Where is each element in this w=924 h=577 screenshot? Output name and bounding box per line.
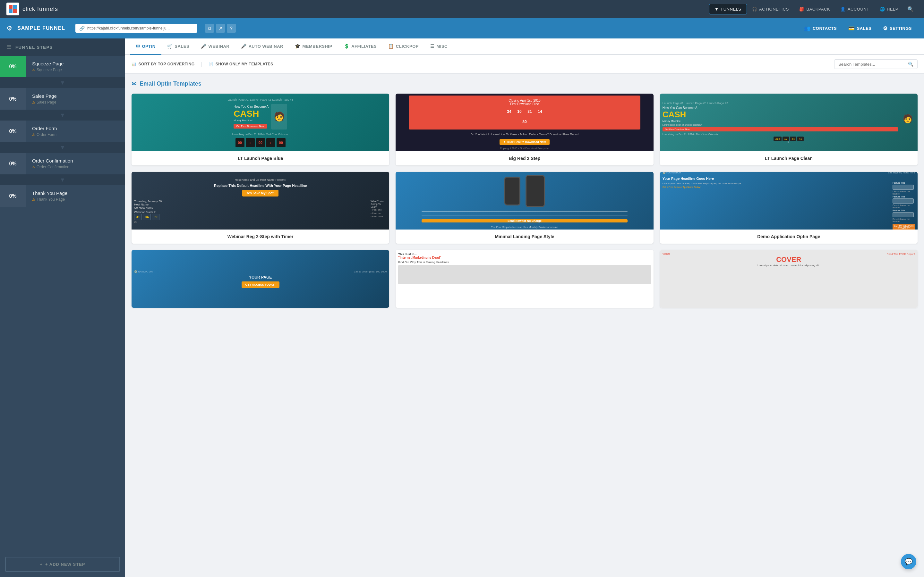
sidebar-menu-icon[interactable]: ☰ xyxy=(6,44,11,51)
funnel-step-orderform[interactable]: 0% Order Form ⚠ Order Form xyxy=(0,121,125,142)
webinar-tab-label: WEBINAR xyxy=(208,44,230,49)
tab-sales[interactable]: 🛒 SALES xyxy=(162,39,195,55)
tab-webinar[interactable]: 🎤 WEBINAR xyxy=(195,39,235,55)
affiliates-tab-label: AFFILIATES xyxy=(351,44,376,49)
settings-label: SETTINGS xyxy=(890,26,912,31)
thumb-count-sub: 3 : xyxy=(787,141,790,143)
warn-icon-squeeze: ⚠ xyxy=(32,68,35,72)
funnel-step-sales[interactable]: 0% Sales Page ⚠ Sales Page xyxy=(0,88,125,110)
thumb-webinar-host: Host Name and Co Host Name Present: xyxy=(235,178,286,181)
funnel-step-squeeze[interactable]: 0% Squeeze Page ⚠ Squeeze Page xyxy=(0,56,125,77)
step-arrow-1: ▼ xyxy=(60,79,65,86)
count-10: 10 xyxy=(515,107,524,116)
info-button[interactable]: ? xyxy=(227,24,236,33)
demo-feat-title-3: Feature Title xyxy=(893,210,915,211)
template-search-input[interactable] xyxy=(838,62,905,67)
tab-autowebinar[interactable]: 🎤 AUTO WEBINAR xyxy=(235,39,289,55)
thumb-cover-title: COVER xyxy=(776,255,801,264)
settings-action[interactable]: ⚙ SETTINGS xyxy=(877,23,918,34)
funnel-step-orderconf[interactable]: 0% Order Confirmation ⚠ Order Confirmati… xyxy=(0,153,125,175)
template-name-lt-launch-blue: LT Launch Page Blue xyxy=(132,151,389,165)
form-submit-btn: Send Now for No Charge xyxy=(422,219,628,222)
affiliates-tab-icon: 💲 xyxy=(344,44,350,49)
template-thumb-big-red: Closing April 1st, 2015First Download Fr… xyxy=(396,93,653,151)
template-card-lt-clean[interactable]: Launch Page #1Launch Page #2Launch Page … xyxy=(660,93,918,165)
template-card-webinar[interactable]: Host Name and Co Host Name Present: Repl… xyxy=(132,172,389,243)
template-card-demo[interactable]: 🧭 NAVIGATOR Site tagline | motto here Yo… xyxy=(660,172,918,243)
template-card-internet-dead[interactable]: This Just In... "Internet Marketing is D… xyxy=(396,250,653,308)
backpack-label: BACKPACK xyxy=(806,7,830,11)
tab-misc[interactable]: ☰ MISC xyxy=(425,39,453,55)
char-emoji-lt-clean: 🧑 xyxy=(903,114,913,124)
template-card-cover[interactable]: YOUR Read This FREE Report! COVER Lorem … xyxy=(660,250,918,308)
template-name-minimal: Minimal Landing Page Style xyxy=(396,229,653,243)
step-arrow-3: ▼ xyxy=(60,144,65,151)
thumb-desc-lt-clean: Lorem ipsum dolor sit amet consectetur xyxy=(662,124,898,126)
funnel-url-area: 🔗 https://kajabi.clickfunnels.com/sample… xyxy=(75,24,197,33)
template-card-big-red[interactable]: Closing April 1st, 2015First Download Fr… xyxy=(396,93,653,165)
funnel-settings-icon[interactable]: ⚙ xyxy=(6,24,12,32)
thumb-demo-layout: Lorem ipsum dolor sit amet, consectetur … xyxy=(662,182,915,229)
chat-support-button[interactable]: 💬 xyxy=(901,554,916,569)
sidebar: ☰ FUNNEL STEPS 0% Squeeze Page ⚠ Squeeze… xyxy=(0,39,125,577)
template-thumb-inner-lt-blue: Launch Page #1Launch Page #2Launch Page … xyxy=(132,93,389,151)
template-name-big-red: Big Red 2 Step xyxy=(396,151,653,165)
funnel-bar-actions: 👥 CONTACTS 💳 SALES ⚙ SETTINGS xyxy=(798,23,918,34)
thumb-webinar-headline: Replace This Default Headline With Your … xyxy=(214,184,307,187)
warn-icon-orderconf: ⚠ xyxy=(32,165,35,169)
step-sub-thankyou: ⚠ Thank You Page xyxy=(32,197,119,201)
ct3: 34 xyxy=(790,137,796,141)
tab-membership[interactable]: 🎓 MEMBERSHIP xyxy=(289,39,338,55)
thumb-text-area: How You Can Become A CASH Money Machine!… xyxy=(234,105,268,129)
tab-affiliates[interactable]: 💲 AFFILIATES xyxy=(338,39,383,55)
doc-icon: 📄 xyxy=(208,62,214,66)
copy-url-button[interactable]: ⧉ xyxy=(205,24,214,33)
tab-optin[interactable]: ✉ OPTIN xyxy=(130,39,162,55)
template-card-navigator[interactable]: 🧭 NAVIGATOR Call to Order (888) 100-1000… xyxy=(132,250,389,308)
thumb-date-lt-clean: Launching on Dec 21, 2014 - Mark Your Ca… xyxy=(662,133,915,135)
nav-item-help[interactable]: 🌐 HELP xyxy=(875,4,903,14)
thumb-closing-text: Closing April 1st, 2015First Download Fr… xyxy=(414,99,636,106)
step-sub-orderform: ⚠ Order Form xyxy=(32,132,119,137)
account-label: ACCOUNT xyxy=(848,7,869,11)
thumb-webinar-timer: 31 04 09 xyxy=(134,214,368,220)
filter-bar: 📊 SORT BY TOP CONVERTING | 📄 SHOW ONLY M… xyxy=(125,55,924,74)
email-icon: ✉ xyxy=(132,80,136,87)
nav-logo: 🧭 NAVIGATOR xyxy=(134,270,153,273)
sort-label: SORT BY TOP CONVERTING xyxy=(139,62,195,66)
phone-mockup-1 xyxy=(504,177,520,205)
template-card-minimal[interactable]: Get Instant Access Send Now for No Charg… xyxy=(396,172,653,243)
tab-clickpop[interactable]: 📋 CLICKPOP xyxy=(383,39,425,55)
thumb-cash-lt-clean: CASH xyxy=(662,110,898,119)
funnel-step-thankyou[interactable]: 0% Thank You Page ⚠ Thank You Page xyxy=(0,185,125,207)
template-card-lt-launch-blue[interactable]: Launch Page #1Launch Page #2Launch Page … xyxy=(132,93,389,165)
nav-item-backpack[interactable]: 🎒 BACKPACK xyxy=(794,4,835,14)
thumb-footer: Copyright 2015 - First Download Enterpri… xyxy=(500,147,549,150)
thumb-description: Do You Want to Learn How To Make a Milli… xyxy=(469,131,580,137)
nav-item-actionetics[interactable]: 🎧 ACTIONETICS xyxy=(747,4,794,14)
autowebinar-tab-label: AUTO WEBINAR xyxy=(249,44,283,49)
template-search[interactable]: 🔍 xyxy=(834,59,918,69)
funnel-url-actions: ⧉ ↗ ? xyxy=(205,24,236,33)
content-area: ✉ OPTIN 🛒 SALES 🎤 WEBINAR 🎤 AUTO WEBINAR… xyxy=(125,39,924,577)
step-info-squeeze: Squeeze Page ⚠ Squeeze Page xyxy=(26,56,125,77)
template-thumb-demo: 🧭 NAVIGATOR Site tagline | motto here Yo… xyxy=(660,172,918,229)
show-only-my-button[interactable]: 📄 SHOW ONLY MY TEMPLATES xyxy=(208,61,273,68)
thumb-demo-headline: Your Page Headline Goes Here xyxy=(662,177,915,181)
funnel-steps-list: 0% Squeeze Page ⚠ Squeeze Page ▼ 0% xyxy=(0,56,125,552)
sales-action[interactable]: 💳 SALES xyxy=(843,23,877,34)
nav-item-account[interactable]: 👤 ACCOUNT xyxy=(835,4,874,14)
step-name-orderform: Order Form xyxy=(32,126,119,131)
top-nav-search-button[interactable]: 🔍 xyxy=(903,3,918,15)
thumb-sub-lt-clean: Money Machine! xyxy=(662,119,898,122)
add-new-step-button[interactable]: + + ADD NEW STEP xyxy=(5,557,120,572)
count-hours: 00 xyxy=(236,138,244,147)
funnels-label: FUNNELS xyxy=(720,7,741,11)
demo-field-3 xyxy=(893,212,914,218)
open-url-button[interactable]: ↗ xyxy=(216,24,225,33)
nav-item-funnels[interactable]: ▼ FUNNELS xyxy=(709,4,747,15)
funnel-title: SAMPLE FUNNEL xyxy=(17,25,65,31)
character-emoji: 🧑 xyxy=(274,111,285,122)
contacts-action[interactable]: 👥 CONTACTS xyxy=(798,23,843,34)
sort-by-button[interactable]: 📊 SORT BY TOP CONVERTING xyxy=(132,61,195,68)
